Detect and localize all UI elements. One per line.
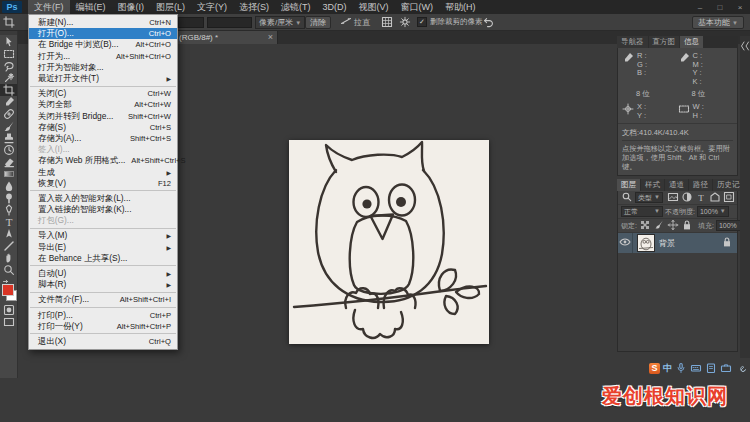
marquee-tool[interactable] [0,48,17,60]
reset-icon[interactable] [482,14,494,30]
layer-visibility-toggle[interactable] [618,233,633,253]
menu-3d[interactable]: 3D(D) [317,0,353,14]
mic-icon[interactable] [675,360,687,378]
resolution-unit-dropdown[interactable]: 像素/厘米▼ [255,16,305,29]
workspace-switcher-button[interactable]: 基本功能▼ [692,16,744,29]
info-panel-tab[interactable]: 直方图 [649,36,680,48]
close-button[interactable]: × [730,1,750,14]
file-menu-item-11[interactable]: 存储为(A)...Shift+Ctrl+S [29,133,177,144]
menu-image[interactable]: 图像(I) [112,0,151,14]
path-selection-tool[interactable] [0,228,17,240]
delete-cropped-checkbox[interactable]: ✓ 删除裁剪的像素 [417,14,483,30]
menu-layer[interactable]: 图层(L) [150,0,191,14]
healing-brush-tool[interactable] [0,108,17,120]
menu-filter[interactable]: 滤镜(T) [275,0,317,14]
crop-size-field[interactable] [207,17,252,28]
collapse-panels-icon[interactable] [739,38,750,358]
blend-mode-dropdown[interactable]: 正常▼ [621,206,663,217]
type-tool[interactable]: T [0,216,17,228]
lock-all-icon[interactable] [681,219,693,233]
file-menu-item-10[interactable]: 存储(S)Ctrl+S [29,122,177,133]
layer-filter-dropdown[interactable]: 类型▼ [635,192,663,203]
brush-tool[interactable] [0,120,17,132]
info-panel-tab[interactable]: 信息 [680,36,703,48]
panel-collapse-strip[interactable] [740,36,750,358]
layers-panel-tab[interactable]: 样式 [641,179,664,191]
menu-window[interactable]: 窗口(W) [395,0,440,14]
file-menu-item-4[interactable]: 打开为智能对象... [29,62,177,73]
dodge-tool[interactable] [0,192,17,204]
gradient-tool[interactable] [0,168,17,180]
layers-panel-tab[interactable]: 通道 [665,179,688,191]
ime-language-indicator[interactable]: 中 [663,362,672,375]
file-menu-item-26[interactable]: 脚本(R)▶ [29,279,177,290]
file-menu-item-13[interactable]: 存储为 Web 所用格式...Alt+Shift+Ctrl+S [29,155,177,166]
gear-icon[interactable] [399,14,411,30]
clone-stamp-tool[interactable] [0,132,17,144]
menu-file[interactable]: 文件(F) [28,0,70,14]
filter-smart-object-icon[interactable] [723,191,735,205]
close-icon[interactable]: × [268,32,273,42]
file-menu-item-18[interactable]: 置入链接的智能对象(K)... [29,204,177,215]
file-menu-item-1[interactable]: 打开(O)...Ctrl+O [29,28,177,39]
eraser-tool[interactable] [0,156,17,168]
opacity-value[interactable]: 100%▼ [697,206,729,217]
zoom-tool[interactable] [0,264,17,276]
sogou-logo[interactable]: S [649,363,660,374]
file-menu-item-0[interactable]: 新建(N)...Ctrl+N [29,17,177,28]
filter-shape-icon[interactable] [709,191,721,205]
keyboard-icon[interactable] [690,360,702,378]
crop-overlay-options-icon[interactable] [381,14,393,30]
file-menu-item-19[interactable]: 打包(G)... [29,215,177,226]
toolbox-icon[interactable] [720,360,732,378]
line-tool[interactable] [0,240,17,252]
file-menu-item-33[interactable]: 退出(X)Ctrl+Q [29,336,177,347]
menu-help[interactable]: 帮助(H) [439,0,482,14]
file-menu-item-7[interactable]: 关闭(C)Ctrl+W [29,88,177,99]
minimize-button[interactable]: – [690,1,710,14]
file-menu-item-12[interactable]: 签入(I)... [29,144,177,155]
foreground-color-swatch[interactable] [2,284,14,296]
file-menu-item-8[interactable]: 关闭全部Alt+Ctrl+W [29,99,177,110]
file-menu-item-30[interactable]: 打印(P)...Ctrl+P [29,310,177,321]
filter-type-icon[interactable]: T [695,191,707,205]
file-menu-item-22[interactable]: 导出(E)▶ [29,242,177,253]
file-menu-item-5[interactable]: 最近打开文件(T)▶ [29,73,177,84]
document-tab[interactable]: (RGB/8#) * × [175,30,278,44]
file-menu-item-2[interactable]: 在 Bridge 中浏览(B)...Alt+Ctrl+O [29,39,177,50]
wrench-icon[interactable] [735,360,747,378]
hand-tool[interactable] [0,252,17,264]
file-menu-item-17[interactable]: 置入嵌入的智能对象(L)... [29,193,177,204]
filter-adjustment-icon[interactable] [681,191,693,205]
file-menu-item-25[interactable]: 自动(U)▶ [29,268,177,279]
lock-move-icon[interactable] [667,219,679,233]
move-tool[interactable] [0,36,17,48]
crop-tool[interactable] [0,84,17,96]
lasso-tool[interactable] [0,60,17,72]
file-menu-item-15[interactable]: 恢复(V)F12 [29,178,177,189]
cmyk-bit-depth[interactable]: 8 位 [678,88,734,101]
ime-toolbar[interactable]: S 中 [649,362,747,375]
layers-panel-tab[interactable]: 路径 [689,179,712,191]
filter-pixel-icon[interactable] [667,191,679,205]
file-menu-item-31[interactable]: 打印一份(Y)Alt+Shift+Ctrl+P [29,321,177,332]
file-menu-item-9[interactable]: 关闭并转到 Bridge...Shift+Ctrl+W [29,111,177,122]
blur-tool[interactable] [0,180,17,192]
lock-paint-icon[interactable] [653,219,665,233]
file-menu-item-23[interactable]: 在 Behance 上共享(S)... [29,253,177,264]
info-panel-tab[interactable]: 导航器 [617,36,648,48]
menu-select[interactable]: 选择(S) [233,0,275,14]
menu-type[interactable]: 文字(Y) [191,0,233,14]
straighten-button[interactable]: 拉直 [340,14,370,30]
document-canvas[interactable] [289,140,489,344]
file-menu-item-21[interactable]: 导入(M)▶ [29,230,177,241]
clear-button[interactable]: 清除 [305,16,331,29]
file-menu-item-3[interactable]: 打开为...Alt+Shift+Ctrl+O [29,51,177,62]
menu-view[interactable]: 视图(V) [353,0,395,14]
crop-preset-field[interactable] [178,17,204,28]
lock-transparent-icon[interactable] [639,219,651,233]
pen-tool[interactable] [0,204,17,216]
file-menu-item-28[interactable]: 文件简介(F)...Alt+Shift+Ctrl+I [29,294,177,305]
layer-thumbnail[interactable] [637,234,655,252]
restore-button[interactable]: □ [710,1,730,14]
